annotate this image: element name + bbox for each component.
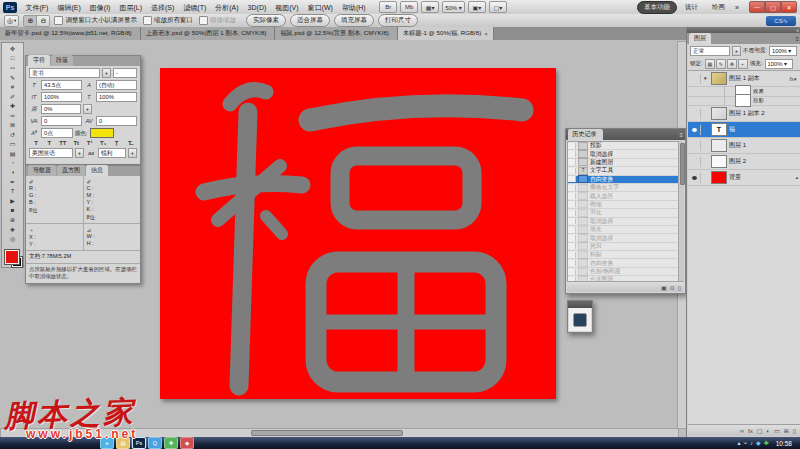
new-layer-icon[interactable]: ⊞ — [784, 427, 789, 434]
history-brush-source[interactable] — [568, 218, 576, 224]
menu-item[interactable]: 图层(L) — [115, 1, 147, 14]
panel-tab[interactable]: 段落 — [51, 55, 73, 66]
proportional-spacing-input[interactable]: 0% — [41, 104, 81, 114]
options-button[interactable]: 实际像素 — [246, 14, 286, 27]
tab-close-icon[interactable]: × — [484, 31, 488, 37]
layer-row[interactable]: 图层 2 — [688, 154, 800, 170]
cmyk-bit-depth[interactable]: 8位 — [87, 214, 138, 221]
taskbar-photoshop-icon[interactable]: Ps — [132, 437, 146, 449]
text-style-button[interactable]: T — [31, 140, 41, 146]
font-size-input[interactable]: 43.5点 — [41, 80, 82, 90]
history-brush-source[interactable] — [568, 210, 576, 216]
layer-row[interactable]: T 福 — [688, 122, 800, 138]
layer-visibility-toggle[interactable] — [714, 96, 725, 106]
options-button[interactable]: 打印尺寸 — [378, 14, 418, 27]
layer-name[interactable]: 图层 1 副本 2 — [729, 109, 794, 118]
taskbar-qq-icon[interactable]: Q — [148, 437, 162, 449]
history-brush-source[interactable] — [568, 243, 576, 249]
chevron-down-icon[interactable]: ▾ — [75, 148, 84, 158]
layer-thumbnail[interactable]: T — [711, 123, 727, 136]
layer-thumbnail[interactable] — [711, 171, 727, 184]
arrange-documents-icon[interactable]: ▣▾ — [468, 1, 486, 13]
qq-tray-icon[interactable]: ◆ — [756, 438, 761, 448]
document-tab[interactable]: 新年贺卡.psd @ 12.5%(www.jb51.net, RGB/8) — [0, 27, 141, 40]
panel-menu-icon[interactable]: ≡ — [679, 130, 683, 140]
menu-item[interactable]: 分析(A) — [211, 1, 243, 14]
text-style-button[interactable]: T — [44, 140, 54, 146]
text-style-button[interactable]: TT — [58, 140, 68, 146]
link-layers-icon[interactable]: ∞ — [740, 428, 744, 434]
bridge-icon[interactable]: Br — [379, 1, 397, 13]
layer-style-icon[interactable]: fx — [748, 428, 753, 434]
document-tab[interactable]: 福鼠.psd @ 12.5%(背景 副本, CMYK/8) — [275, 27, 397, 40]
workspace-button[interactable]: 设计 — [679, 2, 704, 13]
menu-item[interactable]: 视图(V) — [271, 1, 303, 14]
workspace-button[interactable]: 基本功能 — [637, 1, 677, 14]
taskbar-folder-icon[interactable]: ▤ — [116, 437, 130, 449]
font-family-select[interactable]: 隶书 — [29, 68, 100, 78]
collapsed-panel-header[interactable] — [568, 301, 592, 308]
options-checkbox[interactable]: 调整窗口大小以满屏显示 — [54, 16, 137, 25]
layer-name[interactable]: 图层 1 副本 — [729, 74, 788, 83]
layer-name[interactable]: 背景 — [729, 173, 792, 182]
zoom-out-icon[interactable]: ⊖ — [37, 16, 49, 26]
chevron-down-icon[interactable]: ▾ — [128, 148, 137, 158]
lock-transparency-icon[interactable]: ▦ — [705, 59, 715, 69]
workspace-overflow-icon[interactable]: » — [735, 4, 739, 11]
blur-tool[interactable]: ◔ — [2, 158, 23, 168]
healing-brush-tool[interactable]: ✚ — [2, 101, 23, 111]
tracking-input[interactable]: 0 — [41, 116, 82, 126]
layer-effects-icon[interactable]: fx▾ — [790, 76, 796, 82]
new-document-from-state-icon[interactable]: ▣ — [661, 284, 667, 291]
layer-group-icon[interactable]: ▭ — [774, 427, 780, 434]
layer-name[interactable]: 图层 2 — [729, 157, 794, 166]
options-checkbox[interactable]: 细微缩放 — [199, 16, 236, 25]
create-snapshot-icon[interactable]: ⊙ — [670, 284, 675, 291]
type-tool[interactable]: T — [2, 187, 23, 197]
lasso-tool[interactable]: ∾ — [2, 63, 23, 73]
expand-effects-icon[interactable]: ▼ — [703, 76, 709, 81]
brush-tool[interactable]: ✑ — [2, 111, 23, 121]
history-brush-source[interactable] — [568, 143, 576, 149]
tray-expand-icon[interactable]: ▴ — [737, 438, 740, 448]
layer-thumbnail[interactable] — [711, 72, 727, 85]
menu-item[interactable]: 窗口(W) — [303, 1, 337, 14]
blend-mode-select[interactable]: 正常 — [690, 46, 730, 56]
layer-name[interactable]: 图层 1 — [729, 141, 794, 150]
opacity-input[interactable]: 100% ▾ — [769, 46, 797, 56]
layers-tab[interactable]: 图层 — [689, 33, 711, 44]
volume-icon[interactable]: ♪ — [750, 438, 753, 448]
chevron-down-icon[interactable]: ▾ — [83, 104, 92, 114]
history-scrollbar[interactable] — [678, 141, 684, 282]
delete-layer-icon[interactable]: ▯ — [793, 427, 796, 434]
antialias-select[interactable]: 锐利 — [98, 148, 126, 158]
text-color-swatch[interactable] — [90, 128, 114, 138]
canvas[interactable]: 福 — [160, 68, 556, 399]
network-icon[interactable]: ⌁ — [743, 438, 747, 448]
zoom-tool-preset[interactable]: ◎▾ — [4, 15, 19, 27]
history-brush-source[interactable] — [568, 159, 576, 165]
collapse-dock-icon[interactable]: « — [796, 27, 799, 33]
layer-visibility-toggle[interactable] — [690, 74, 701, 84]
layer-thumbnail[interactable] — [735, 94, 751, 107]
options-button[interactable]: 适合屏幕 — [290, 14, 330, 27]
close-button[interactable]: ✕ — [781, 1, 797, 13]
fill-input[interactable]: 100% ▾ — [765, 59, 793, 69]
taskbar-clock[interactable]: 10:58 — [772, 440, 796, 447]
history-tab[interactable]: 历史记录 — [568, 129, 603, 140]
eraser-tool[interactable]: ▭ — [2, 139, 23, 149]
path-selection-tool[interactable]: ▶ — [2, 196, 23, 206]
menu-item[interactable]: 滤镜(T) — [179, 1, 211, 14]
layer-thumbnail[interactable] — [711, 155, 727, 168]
lock-all-icon[interactable]: ▪ — [738, 59, 748, 69]
document-tab[interactable]: 未标题-1 @ 50%(福, RGB/8) × — [398, 27, 494, 40]
pen-tool[interactable]: ✒ — [2, 177, 23, 187]
zoom-tool[interactable]: ◎ — [2, 234, 23, 244]
history-brush-source[interactable] — [568, 227, 576, 233]
hand-tool[interactable]: ❖ — [2, 225, 23, 235]
zoom-level-dropdown[interactable]: 50% ▾ — [442, 1, 465, 13]
options-checkbox[interactable]: 缩放所有窗口 — [143, 16, 193, 25]
panel-tab[interactable]: 导航器 — [28, 165, 56, 176]
menu-item[interactable]: 3D(D) — [243, 1, 271, 14]
layer-row[interactable]: 背景 ▪ — [688, 170, 800, 186]
